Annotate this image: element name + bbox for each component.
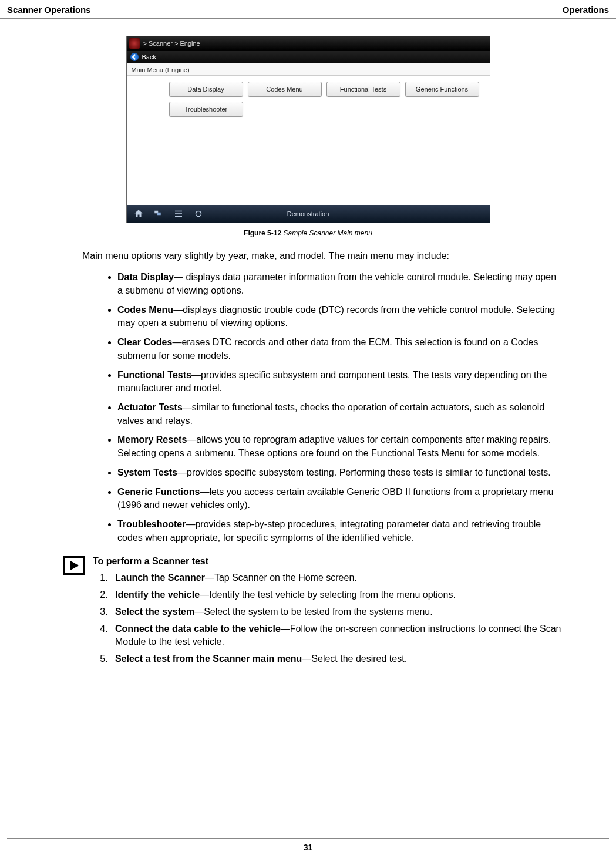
step-term: Connect the data cable to the vehicle <box>115 624 281 634</box>
list-item: Codes Menu—displays diagnostic trouble c… <box>117 304 563 330</box>
desc: —erases DTC records and other data from … <box>117 337 538 361</box>
codes-menu-button[interactable]: Codes Menu <box>248 82 322 97</box>
functional-tests-button[interactable]: Functional Tests <box>326 82 400 97</box>
svg-point-2 <box>196 211 201 217</box>
header-right: Operations <box>563 5 609 15</box>
list-item: Troubleshooter—provides step-by-step pro… <box>117 518 563 544</box>
procedure-steps: Launch the Scanner—Tap Scanner on the Ho… <box>110 571 563 665</box>
procedure-block: To perform a Scanner test Launch the Sca… <box>29 556 587 669</box>
list-item: Clear Codes—erases DTC records and other… <box>117 336 563 362</box>
breadcrumb: > Scanner > Engine <box>143 40 200 47</box>
page-content: > Scanner > Engine Back Main Menu (Engin… <box>0 19 616 669</box>
desc: —displays diagnostic trouble code (DTC) … <box>117 305 555 328</box>
button-row-1: Data Display Codes Menu Functional Tests… <box>169 82 482 97</box>
svg-rect-1 <box>157 213 160 216</box>
button-row-2: Troubleshooter <box>169 102 482 117</box>
step-term: Launch the Scanner <box>115 573 205 583</box>
step-term: Identify the vehicle <box>115 590 200 600</box>
list-item: Actuator Tests—similar to functional tes… <box>117 401 563 428</box>
term: Codes Menu <box>117 305 173 315</box>
procedure-body: To perform a Scanner test Launch the Sca… <box>93 556 587 669</box>
step: Select a test from the Scanner main menu… <box>110 652 563 666</box>
home-icon[interactable] <box>133 208 144 220</box>
intro-paragraph: Main menu options vary slightly by year,… <box>82 249 587 262</box>
tool-icon[interactable] <box>193 208 204 220</box>
term: Data Display <box>117 272 174 282</box>
caption-text: Sample Scanner Main menu <box>281 229 372 237</box>
term: Troubleshooter <box>117 519 186 529</box>
term: System Tests <box>117 467 177 477</box>
definitions-list: Data Display— displays data parameter in… <box>117 271 563 544</box>
button-area: Data Display Codes Menu Functional Tests… <box>127 76 490 205</box>
step-term: Select the system <box>115 607 194 617</box>
list-item: Functional Tests—provides specific subsy… <box>117 369 563 395</box>
list-item: Generic Functions—lets you access certai… <box>117 486 563 512</box>
term: Generic Functions <box>117 487 200 497</box>
device-bottombar: Demonstration <box>127 205 490 223</box>
step-term: Select a test from the Scanner main menu <box>115 654 302 664</box>
step-desc: —Select the system to be tested from the… <box>194 607 433 617</box>
page-header: Scanner Operations Operations <box>0 0 616 19</box>
step: Select the system—Select the system to b… <box>110 605 563 619</box>
troubleshooter-button[interactable]: Troubleshooter <box>169 102 243 117</box>
list-item: Data Display— displays data parameter in… <box>117 271 563 297</box>
back-bar: Back <box>127 51 490 63</box>
caption-number: Figure 5-12 <box>244 229 281 237</box>
step: Connect the data cable to the vehicle—Fo… <box>110 622 563 649</box>
header-left: Scanner Operations <box>7 5 91 15</box>
step-desc: —Identify the test vehicle by selecting … <box>200 590 456 600</box>
step-desc: —Tap Scanner on the Home screen. <box>205 573 357 583</box>
back-label[interactable]: Back <box>142 53 156 60</box>
back-icon[interactable] <box>130 53 139 61</box>
windows-icon[interactable] <box>153 208 164 220</box>
figure-caption: Figure 5-12 Sample Scanner Main menu <box>126 229 490 237</box>
procedure-title: To perform a Scanner test <box>93 556 563 567</box>
term: Functional Tests <box>117 370 191 380</box>
desc: — displays data parameter information fr… <box>117 272 556 295</box>
term: Clear Codes <box>117 337 172 347</box>
list-item: System Tests—provides specific subsystem… <box>117 466 563 480</box>
device-screenshot: > Scanner > Engine Back Main Menu (Engin… <box>126 36 490 223</box>
device-topbar: > Scanner > Engine <box>127 36 490 51</box>
demo-label: Demonstration <box>287 210 329 217</box>
step: Launch the Scanner—Tap Scanner on the Ho… <box>110 571 563 585</box>
list-item: Memory Resets—allows you to reprogram ad… <box>117 433 563 460</box>
screen-title: Main Menu (Engine) <box>127 63 490 76</box>
step-desc: —Select the desired test. <box>302 654 407 664</box>
data-display-button[interactable]: Data Display <box>169 82 243 97</box>
term: Memory Resets <box>117 435 187 445</box>
generic-functions-button[interactable]: Generic Functions <box>405 82 479 97</box>
figure-wrap: > Scanner > Engine Back Main Menu (Engin… <box>126 36 490 237</box>
desc: —provides specific subsystem testing. Pe… <box>177 467 551 477</box>
step: Identify the vehicle—Identify the test v… <box>110 588 563 602</box>
app-logo-icon <box>129 38 140 49</box>
svg-marker-3 <box>70 561 79 570</box>
term: Actuator Tests <box>117 402 183 412</box>
list-icon[interactable] <box>173 208 184 220</box>
page-number: 31 <box>7 838 609 852</box>
procedure-play-icon <box>63 556 85 575</box>
